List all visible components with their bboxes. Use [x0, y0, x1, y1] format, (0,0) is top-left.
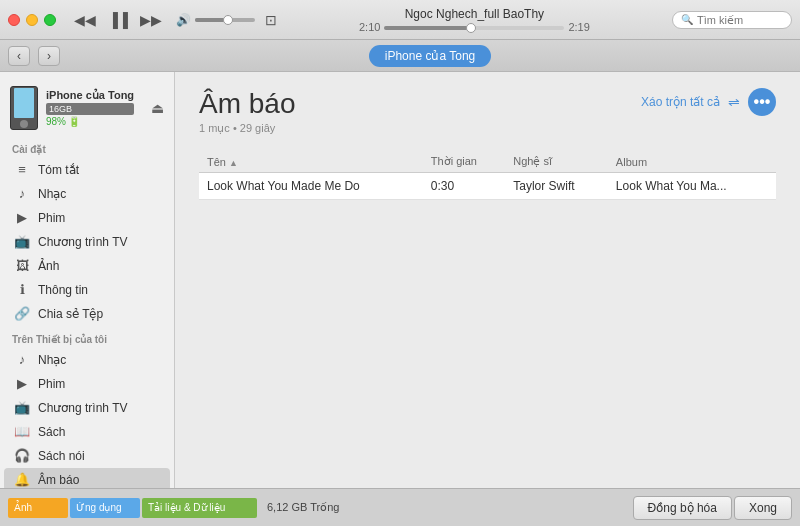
- shuffle-label[interactable]: Xáo trộn tất cả: [641, 95, 720, 109]
- navbar: ‹ › iPhone của Tong: [0, 40, 800, 72]
- prev-button[interactable]: ◀◀: [70, 10, 100, 30]
- col-header-album: Album: [608, 151, 776, 173]
- progress-thumb[interactable]: [466, 23, 476, 33]
- sidebar-item-device-chuongtrinh[interactable]: 📺 Chương trình TV: [4, 396, 170, 419]
- sidebar-label-nhac: Nhạc: [38, 187, 66, 201]
- sidebar-item-device-phim[interactable]: ▶ Phim: [4, 372, 170, 395]
- sidebar-label-device-ambao: Âm báo: [38, 473, 79, 487]
- sidebar-label-tomtat: Tóm tắt: [38, 163, 79, 177]
- sync-button[interactable]: Đồng bộ hóa: [633, 496, 732, 520]
- sidebar-item-anh[interactable]: 🖼 Ảnh: [4, 254, 170, 277]
- device-ambao-icon: 🔔: [14, 472, 30, 487]
- sort-arrow-name: ▲: [229, 158, 238, 168]
- device-screen: [14, 88, 34, 118]
- sidebar-label-device-sachnoi: Sách nói: [38, 449, 85, 463]
- device-sach-icon: 📖: [14, 424, 30, 439]
- volume-slider[interactable]: 🔊: [176, 13, 255, 27]
- song-album: Look What You Ma...: [608, 173, 776, 200]
- volume-track[interactable]: [195, 18, 255, 22]
- content-header: Âm báo 1 mục • 29 giây Xáo trộn tất cả ⇌…: [199, 88, 776, 135]
- battery-text: 98%: [46, 116, 66, 127]
- sidebar-item-thongtin[interactable]: ℹ Thông tin: [4, 278, 170, 301]
- track-name: Ngoc Nghech_full BaoThy: [405, 7, 544, 21]
- settings-section-label: Cài đặt: [0, 136, 174, 157]
- shuffle-icon[interactable]: ⇌: [728, 94, 740, 110]
- track-info: Ngoc Nghech_full BaoThy 2:10 2:19: [283, 7, 666, 33]
- progress-bar[interactable]: [384, 26, 564, 30]
- song-name: Look What You Made Me Do: [199, 173, 423, 200]
- next-button[interactable]: ▶▶: [136, 10, 166, 30]
- sidebar-item-phim[interactable]: ▶ Phim: [4, 206, 170, 229]
- song-table-body: Look What You Made Me Do 0:30 Taylor Swi…: [199, 173, 776, 200]
- table-row[interactable]: Look What You Made Me Do 0:30 Taylor Swi…: [199, 173, 776, 200]
- device-section-label: Trên Thiết bị của tôi: [0, 326, 174, 347]
- free-storage-label: 6,12 GB Trống: [267, 501, 339, 514]
- col-header-duration: Thời gian: [423, 151, 505, 173]
- sidebar-item-device-sach[interactable]: 📖 Sách: [4, 420, 170, 443]
- device-phim-icon: ▶: [14, 376, 30, 391]
- storage-segment-tailieu: Tải liệu & Dữ liệu: [142, 498, 257, 518]
- device-chuongtrinh-icon: 📺: [14, 400, 30, 415]
- sidebar-item-tomtat[interactable]: ≡ Tóm tắt: [4, 158, 170, 181]
- eject-button[interactable]: ⏏: [151, 100, 164, 116]
- device-info: iPhone của Tong 16GB 98% 🔋: [46, 89, 134, 127]
- more-button[interactable]: •••: [748, 88, 776, 116]
- sidebar-label-device-phim: Phim: [38, 377, 65, 391]
- time-total: 2:19: [568, 21, 589, 33]
- sidebar: iPhone của Tong 16GB 98% 🔋 ⏏ Cài đặt ≡ T…: [0, 72, 175, 488]
- sidebar-label-chuongtrinh: Chương trình TV: [38, 235, 127, 249]
- content-title: Âm báo: [199, 88, 296, 120]
- bottom-bar: Ảnh Ứng dụng Tải liệu & Dữ liệu 6,12 GB …: [0, 488, 800, 526]
- progress-fill: [384, 26, 470, 30]
- storage-label-anh: Ảnh: [14, 502, 32, 513]
- forward-button[interactable]: ›: [38, 46, 60, 66]
- airplay-button[interactable]: ⊡: [265, 12, 277, 28]
- back-button[interactable]: ‹: [8, 46, 30, 66]
- content-subtitle: 1 mục • 29 giây: [199, 122, 296, 135]
- device-capacity-badge: 16GB: [46, 103, 134, 115]
- col-header-artist: Nghệ sĩ: [505, 151, 608, 173]
- sidebar-item-device-sachnoi[interactable]: 🎧 Sách nói: [4, 444, 170, 467]
- sidebar-label-device-sach: Sách: [38, 425, 65, 439]
- search-box[interactable]: 🔍: [672, 11, 792, 29]
- search-input[interactable]: [697, 14, 777, 26]
- sidebar-label-chiase: Chia sẻ Tệp: [38, 307, 103, 321]
- sidebar-item-device-nhac[interactable]: ♪ Nhạc: [4, 348, 170, 371]
- minimize-button[interactable]: [26, 14, 38, 26]
- play-pause-button[interactable]: ▐▐: [104, 10, 132, 30]
- sidebar-label-device-chuongtrinh: Chương trình TV: [38, 401, 127, 415]
- maximize-button[interactable]: [44, 14, 56, 26]
- volume-thumb[interactable]: [223, 15, 233, 25]
- sidebar-item-device-ambao[interactable]: 🔔 Âm báo: [4, 468, 170, 488]
- search-icon: 🔍: [681, 14, 693, 25]
- song-table-header: Tên ▲ Thời gian Nghệ sĩ Album: [199, 151, 776, 173]
- device-name: iPhone của Tong: [46, 89, 134, 102]
- storage-segment-ungdung: Ứng dụng: [70, 498, 140, 518]
- content-actions: Xáo trộn tất cả ⇌ •••: [641, 88, 776, 116]
- sidebar-item-nhac[interactable]: ♪ Nhạc: [4, 182, 170, 205]
- device-battery: 98% 🔋: [46, 116, 134, 127]
- chuongtrinh-icon: 📺: [14, 234, 30, 249]
- device-icon: [10, 86, 38, 130]
- col-header-name: Tên ▲: [199, 151, 423, 173]
- nhac-icon: ♪: [14, 186, 30, 201]
- storage-segment-anh: Ảnh: [8, 498, 68, 518]
- sidebar-item-chiase[interactable]: 🔗 Chia sẻ Tệp: [4, 302, 170, 325]
- song-table: Tên ▲ Thời gian Nghệ sĩ Album Look What …: [199, 151, 776, 200]
- battery-icon: 🔋: [68, 116, 80, 127]
- track-time: 2:10 2:19: [359, 21, 590, 33]
- sidebar-label-anh: Ảnh: [38, 259, 59, 273]
- device-nhac-icon: ♪: [14, 352, 30, 367]
- sidebar-item-chuongtrinh[interactable]: 📺 Chương trình TV: [4, 230, 170, 253]
- anh-icon: 🖼: [14, 258, 30, 273]
- device-header: iPhone của Tong 16GB 98% 🔋 ⏏: [0, 80, 174, 136]
- titlebar: ◀◀ ▐▐ ▶▶ 🔊 ⊡ Ngoc Nghech_full BaoThy 2:1…: [0, 0, 800, 40]
- done-button[interactable]: Xong: [734, 496, 792, 520]
- song-duration: 0:30: [423, 173, 505, 200]
- close-button[interactable]: [8, 14, 20, 26]
- device-sachnoi-icon: 🎧: [14, 448, 30, 463]
- transport-controls: ◀◀ ▐▐ ▶▶: [70, 10, 166, 30]
- device-tab[interactable]: iPhone của Tong: [369, 45, 492, 67]
- time-current: 2:10: [359, 21, 380, 33]
- thongtin-icon: ℹ: [14, 282, 30, 297]
